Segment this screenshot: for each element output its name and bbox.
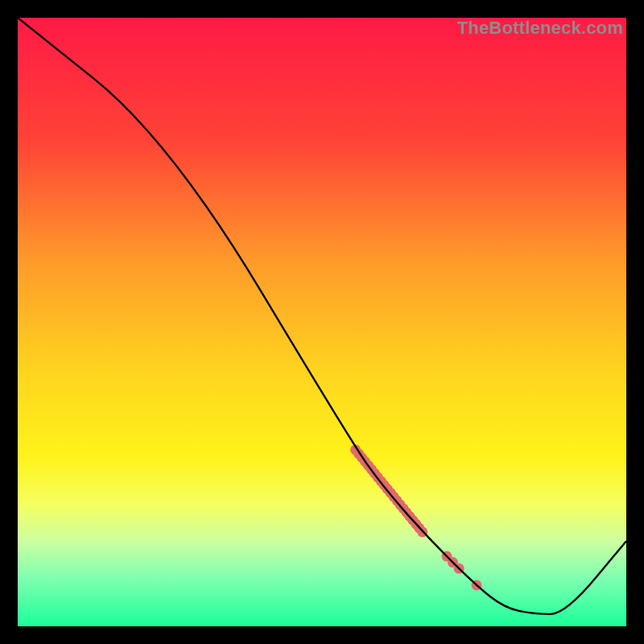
chart-frame: TheBottleneck.com (0, 0, 644, 644)
watermark-text: TheBottleneck.com (457, 18, 623, 39)
chart-background (18, 18, 626, 626)
chart-svg (18, 18, 626, 626)
plot-area: TheBottleneck.com (18, 18, 626, 626)
